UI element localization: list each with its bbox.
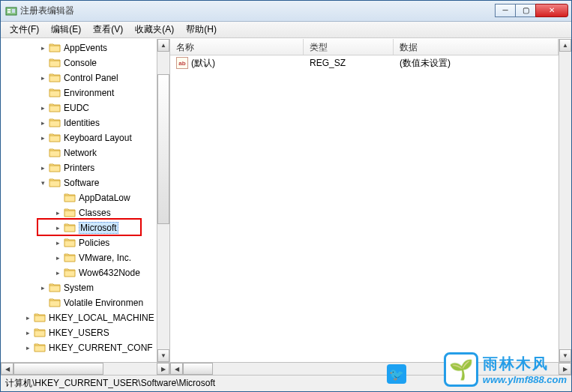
tree-node[interactable]: ▸Volatile Environmen: [1, 295, 157, 310]
expand-icon[interactable]: ▸: [53, 223, 62, 232]
string-value-icon: ab: [176, 57, 188, 69]
tree-horizontal-scrollbar[interactable]: ◀ ▶: [1, 362, 169, 375]
folder-icon: [49, 42, 61, 54]
tree-node[interactable]: ▸Classes: [1, 205, 157, 220]
expand-icon[interactable]: ▸: [38, 103, 47, 112]
tree-node[interactable]: ▸HKEY_USERS: [1, 325, 157, 340]
tree-node-label: Classes: [79, 208, 111, 218]
value-row[interactable]: ab(默认)REG_SZ(数值未设置): [170, 55, 559, 70]
window-title: 注册表编辑器: [20, 4, 74, 17]
folder-icon: [49, 282, 61, 294]
tree-vertical-scrollbar[interactable]: ▲ ▼: [157, 39, 169, 362]
maximize-button[interactable]: ▢: [515, 4, 536, 17]
expand-icon[interactable]: ▸: [38, 73, 47, 82]
scroll-track[interactable]: [13, 363, 157, 375]
expand-icon[interactable]: ▸: [23, 313, 32, 322]
expand-icon[interactable]: ▸: [53, 253, 62, 262]
expand-icon[interactable]: ▸: [38, 43, 47, 52]
folder-icon: [34, 342, 46, 354]
scroll-track[interactable]: [157, 52, 169, 349]
folder-icon: [49, 102, 61, 114]
menu-edit[interactable]: 编辑(E): [45, 22, 87, 37]
tree-node[interactable]: ▸Printers: [1, 160, 157, 175]
scroll-track[interactable]: [183, 363, 559, 375]
column-data[interactable]: 数据: [394, 39, 559, 55]
tree-node-label: System: [64, 283, 94, 293]
folder-icon: [64, 237, 76, 249]
column-name[interactable]: 名称: [170, 39, 304, 55]
expand-icon[interactable]: ▸: [38, 118, 47, 127]
folder-icon: [64, 207, 76, 219]
tree-node[interactable]: ▸EUDC: [1, 100, 157, 115]
tree-node[interactable]: ▸HKEY_LOCAL_MACHINE: [1, 310, 157, 325]
collapse-icon[interactable]: ▾: [38, 178, 47, 187]
tree-node[interactable]: ▸Identities: [1, 115, 157, 130]
scroll-thumb[interactable]: [157, 74, 169, 224]
scroll-right-arrow[interactable]: ▶: [559, 363, 571, 375]
expand-icon[interactable]: ▸: [38, 163, 47, 172]
tree-node[interactable]: ▸Policies: [1, 235, 157, 250]
tree-node[interactable]: ▸Environment: [1, 85, 157, 100]
tree-node[interactable]: ▸AppEvents: [1, 40, 157, 55]
scroll-thumb[interactable]: [13, 363, 103, 375]
tree-node[interactable]: ▸VMware, Inc.: [1, 250, 157, 265]
tree-node-label: EUDC: [64, 103, 89, 113]
tree-node[interactable]: ▸Network: [1, 145, 157, 160]
scroll-up-arrow[interactable]: ▲: [157, 39, 169, 52]
column-type[interactable]: 类型: [304, 39, 394, 55]
list-vertical-scrollbar[interactable]: ▲ ▼: [559, 39, 571, 362]
scroll-down-arrow[interactable]: ▼: [157, 349, 169, 362]
folder-icon: [49, 72, 61, 84]
tree-node[interactable]: ▾Software: [1, 175, 157, 190]
tree-node[interactable]: ▸System: [1, 280, 157, 295]
tree-node-label: AppDataLow: [79, 193, 130, 203]
registry-tree[interactable]: ▸AppEvents▸Console▸Control Panel▸Environ…: [1, 39, 157, 362]
scroll-right-arrow[interactable]: ▶: [157, 363, 169, 375]
folder-icon: [49, 177, 61, 189]
scroll-left-arrow[interactable]: ◀: [170, 363, 183, 375]
value-name: (默认): [191, 57, 215, 70]
close-button[interactable]: ✕: [535, 4, 568, 17]
value-type-cell: REG_SZ: [304, 58, 394, 68]
window: 注册表编辑器 ─ ▢ ✕ 文件(F) 编辑(E) 查看(V) 收藏夹(A) 帮助…: [0, 0, 572, 392]
tree-node-label: HKEY_USERS: [49, 328, 109, 338]
folder-icon: [49, 117, 61, 129]
value-name-cell: ab(默认): [170, 57, 304, 70]
scroll-thumb[interactable]: [183, 363, 213, 375]
expand-icon[interactable]: ▸: [53, 268, 62, 277]
tree-node-label: Keyboard Layout: [64, 133, 132, 143]
values-list[interactable]: ab(默认)REG_SZ(数值未设置): [170, 55, 559, 362]
expand-icon[interactable]: ▸: [38, 133, 47, 142]
tree-node[interactable]: ▸HKEY_CURRENT_CONF: [1, 340, 157, 355]
expand-icon[interactable]: ▸: [23, 343, 32, 352]
tree-node-label: Network: [64, 148, 97, 158]
tree-node[interactable]: ▸Control Panel: [1, 70, 157, 85]
tree-node-label: Wow6432Node: [79, 268, 140, 278]
expand-icon[interactable]: ▸: [53, 208, 62, 217]
tree-node[interactable]: ▸Keyboard Layout: [1, 130, 157, 145]
folder-icon: [64, 252, 76, 264]
minimize-button[interactable]: ─: [495, 4, 516, 17]
tree-node[interactable]: ▸Wow6432Node: [1, 265, 157, 280]
menu-favorites[interactable]: 收藏夹(A): [129, 22, 180, 37]
scroll-down-arrow[interactable]: ▼: [559, 349, 571, 362]
tree-node[interactable]: ▸Console: [1, 55, 157, 70]
scroll-up-arrow[interactable]: ▲: [559, 39, 571, 52]
list-horizontal-scrollbar[interactable]: ◀ ▶: [170, 362, 571, 375]
expand-icon[interactable]: ▸: [53, 238, 62, 247]
folder-icon: [64, 267, 76, 279]
expand-icon[interactable]: ▸: [23, 328, 32, 337]
tree-node[interactable]: ▸AppDataLow: [1, 190, 157, 205]
menu-help[interactable]: 帮助(H): [180, 22, 223, 37]
svg-rect-2: [7, 11, 10, 13]
expand-icon[interactable]: ▸: [38, 283, 47, 292]
tree-node-label: Policies: [79, 238, 109, 248]
scroll-track[interactable]: [559, 52, 571, 349]
tree-node-label: VMware, Inc.: [79, 253, 131, 263]
folder-icon: [49, 132, 61, 144]
menu-view[interactable]: 查看(V): [87, 22, 129, 37]
tree-node[interactable]: ▸Microsoft: [1, 220, 157, 235]
titlebar[interactable]: 注册表编辑器 ─ ▢ ✕: [1, 1, 571, 22]
menu-file[interactable]: 文件(F): [4, 22, 45, 37]
scroll-left-arrow[interactable]: ◀: [1, 363, 13, 375]
